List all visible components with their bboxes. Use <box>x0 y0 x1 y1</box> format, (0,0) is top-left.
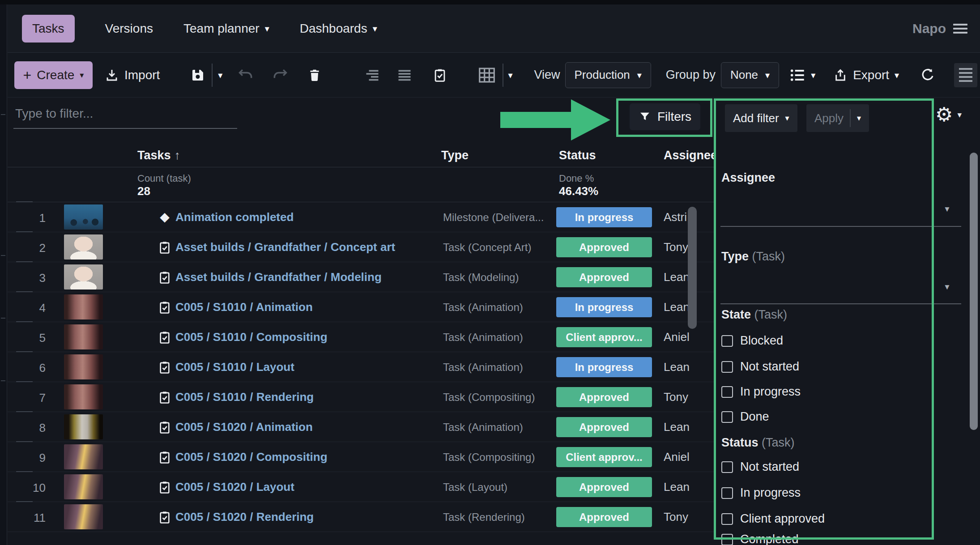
status-badge[interactable]: In progress <box>556 207 652 227</box>
create-button[interactable]: + Create ▾ <box>14 61 93 89</box>
checkbox[interactable] <box>721 534 733 545</box>
task-name-link[interactable]: C005 / S1020 / Animation <box>175 420 313 434</box>
save-icon[interactable] <box>190 67 206 83</box>
checkbox[interactable] <box>721 461 733 473</box>
table-row[interactable]: 8C005 / S1020 / AnimationTask (Animation… <box>8 412 715 442</box>
clipboard-check-icon[interactable] <box>432 67 447 83</box>
undo-icon[interactable] <box>237 67 254 84</box>
panel-scrollbar[interactable] <box>970 153 978 430</box>
task-thumbnail[interactable] <box>64 474 103 499</box>
status-badge[interactable]: Approved <box>556 507 652 527</box>
apply-button[interactable]: Apply ▾ <box>806 104 869 132</box>
status-badge[interactable]: Approved <box>556 477 652 497</box>
status-badge[interactable]: Approved <box>556 267 652 287</box>
checkbox-row-not-started[interactable]: Not started <box>721 460 799 474</box>
table-row[interactable]: 4C005 / S1010 / AnimationTask (Animation… <box>8 292 715 322</box>
task-name-link[interactable]: C005 / S1010 / Rendering <box>175 390 314 404</box>
task-thumbnail[interactable] <box>64 294 103 319</box>
table-row[interactable]: 1◆Animation completedMilestone (Delivera… <box>8 202 715 232</box>
group-by-select[interactable]: None ▾ <box>721 62 779 88</box>
task-thumbnail[interactable] <box>64 354 103 379</box>
checkbox[interactable] <box>721 335 733 347</box>
status-badge[interactable]: Client approv... <box>556 447 652 467</box>
filters-button[interactable]: Filters <box>630 103 700 130</box>
task-name-link[interactable]: Animation completed <box>175 210 294 224</box>
status-badge[interactable]: In progress <box>556 297 652 317</box>
column-header-type[interactable]: Type <box>441 149 469 162</box>
table-scrollbar[interactable] <box>688 207 697 329</box>
refresh-icon[interactable] <box>920 67 936 83</box>
task-name-link[interactable]: C005 / S1010 / Compositing <box>175 330 328 344</box>
status-badge[interactable]: Approved <box>556 417 652 437</box>
checkbox[interactable] <box>721 513 733 525</box>
grid-view-icon[interactable] <box>477 65 497 85</box>
checkbox[interactable] <box>721 386 733 398</box>
task-name-link[interactable]: C005 / S1020 / Layout <box>175 480 294 494</box>
delete-icon[interactable] <box>307 68 322 83</box>
task-assignee: Lean <box>664 480 690 494</box>
table-menu-button[interactable] <box>954 63 977 87</box>
task-thumbnail[interactable] <box>64 234 103 260</box>
task-thumbnail[interactable] <box>64 324 103 349</box>
menu-icon[interactable] <box>953 24 967 34</box>
task-thumbnail[interactable] <box>64 504 103 529</box>
task-name-link[interactable]: C005 / S1010 / Layout <box>175 360 294 374</box>
redo-icon[interactable] <box>272 67 289 84</box>
list-icon <box>788 66 806 84</box>
type-select-underline[interactable] <box>720 303 961 304</box>
status-badge[interactable]: Client approv... <box>556 327 652 347</box>
status-badge[interactable]: In progress <box>556 357 652 377</box>
checkbox[interactable] <box>721 487 733 499</box>
task-thumbnail[interactable] <box>64 384 103 409</box>
task-name-link[interactable]: C005 / S1020 / Rendering <box>175 510 314 524</box>
table-row[interactable]: 7C005 / S1010 / RenderingTask (Compositi… <box>8 382 715 412</box>
checkbox-row-client-approved[interactable]: Client approved <box>721 512 825 526</box>
checkbox[interactable] <box>721 361 733 373</box>
task-name-link[interactable]: Asset builds / Grandfather / Modeling <box>175 270 382 284</box>
view-mode-chevron-icon[interactable]: ▾ <box>508 70 512 81</box>
checkbox-row-done[interactable]: Done <box>721 410 769 424</box>
export-button[interactable]: Export ▾ <box>833 68 899 82</box>
nav-tab-tasks[interactable]: Tasks <box>22 15 75 43</box>
status-badge[interactable]: Approved <box>556 237 652 257</box>
view-select[interactable]: Production ▾ <box>565 62 651 88</box>
column-header-status[interactable]: Status <box>559 149 596 162</box>
checkbox-row-blocked[interactable]: Blocked <box>721 334 783 348</box>
nav-tab-versions[interactable]: Versions <box>105 21 153 36</box>
task-thumbnail[interactable] <box>64 264 103 290</box>
nav-tab-dashboards[interactable]: Dashboards▾ <box>300 21 377 36</box>
task-name-link[interactable]: C005 / S1010 / Animation <box>175 300 313 314</box>
save-options-chevron-icon[interactable]: ▾ <box>218 70 222 81</box>
table-row[interactable]: 5C005 / S1010 / CompositingTask (Animati… <box>8 322 715 352</box>
add-filter-button[interactable]: Add filter ▾ <box>725 104 797 132</box>
checkbox-row-not-started[interactable]: Not started <box>721 360 799 374</box>
list-options-button[interactable]: ▾ <box>788 66 815 84</box>
table-row[interactable]: 9C005 / S1020 / CompositingTask (Composi… <box>8 442 715 472</box>
assignee-select-triangle-icon[interactable]: ▼ <box>943 205 951 214</box>
justify-icon[interactable] <box>396 67 413 83</box>
status-badge[interactable]: Approved <box>556 387 652 407</box>
task-thumbnail[interactable] <box>64 444 103 469</box>
task-name-link[interactable]: C005 / S1020 / Compositing <box>175 450 328 464</box>
checkbox-row-completed[interactable]: Completed <box>721 532 799 545</box>
table-row[interactable]: 11C005 / S1020 / RenderingTask (Renderin… <box>8 502 715 532</box>
panel-settings-button[interactable]: ⚙ ▾ <box>935 105 962 124</box>
table-row[interactable]: 6C005 / S1010 / LayoutTask (Animation)In… <box>8 352 715 382</box>
column-header-tasks[interactable]: Tasks↑ <box>137 149 180 162</box>
import-button[interactable]: Import <box>105 68 160 82</box>
checkbox-row-in-progress[interactable]: In progress <box>721 486 801 500</box>
nav-tab-team-planner[interactable]: Team planner▾ <box>183 21 269 36</box>
outdent-icon[interactable] <box>364 67 380 83</box>
task-thumbnail[interactable] <box>64 414 103 439</box>
table-row[interactable]: 10C005 / S1020 / LayoutTask (Layout)Appr… <box>8 472 715 502</box>
checkbox[interactable] <box>721 411 733 423</box>
assignee-select-underline[interactable] <box>720 226 961 227</box>
type-select-triangle-icon[interactable]: ▼ <box>943 283 951 292</box>
table-row[interactable]: 2Asset builds / Grandfather / Concept ar… <box>8 232 715 262</box>
table-row[interactable]: 3Asset builds / Grandfather / ModelingTa… <box>8 262 715 292</box>
column-header-assignee[interactable]: Assignee <box>664 149 715 162</box>
search-input[interactable] <box>13 106 237 129</box>
task-name-link[interactable]: Asset builds / Grandfather / Concept art <box>175 240 395 254</box>
task-thumbnail[interactable] <box>64 204 103 230</box>
checkbox-row-in-progress[interactable]: In progress <box>721 385 801 399</box>
